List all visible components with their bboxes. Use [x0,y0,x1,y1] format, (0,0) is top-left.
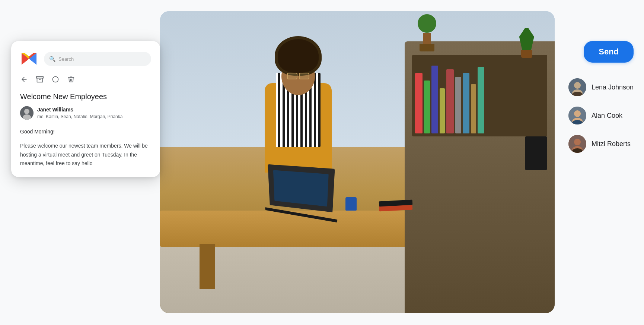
email-subject: Welcome New Employees [20,92,151,101]
contact-avatar-alan [568,107,586,124]
email-header: 🔍 Search [20,50,151,68]
contact-item: Alan Cook [568,107,634,124]
email-greeting: Good Morning! [20,127,151,136]
archive-button[interactable] [36,75,44,83]
back-button[interactable] [20,75,28,83]
contact-avatar-lena [568,78,586,96]
contact-name-lena: Lena Johnson [592,83,634,91]
scene: 🔍 Search [0,0,644,325]
email-content: Please welcome our newest team members. … [20,142,151,168]
sender-name: Janet Williams [37,106,151,113]
search-placeholder: Search [58,56,74,62]
sender-recipients: me, Kaitlin, Sean, Natalie, Morgan, Pria… [37,114,151,120]
gmail-logo-icon [20,50,38,68]
sender-avatar [20,106,34,120]
search-icon: 🔍 [49,56,55,62]
delete-button[interactable] [67,75,75,83]
svg-point-3 [53,77,58,82]
svg-point-8 [574,82,581,89]
sender-info: Janet Williams me, Kaitlin, Sean, Natali… [37,106,151,120]
contact-name-alan: Alan Cook [592,112,622,120]
svg-rect-1 [36,77,43,78]
contact-avatar-mitzi [568,135,586,153]
contacts-list: Lena Johnson Alan Cook [568,78,634,153]
email-card: 🔍 Search [11,41,160,177]
background-photo [160,11,555,313]
contact-item: Mitzi Roberts [568,135,634,153]
contact-name-mitzi: Mitzi Roberts [592,140,631,148]
svg-point-5 [24,109,29,114]
snooze-button[interactable] [51,75,60,83]
contact-item: Lena Johnson [568,78,634,96]
svg-point-12 [574,110,581,117]
send-button[interactable]: Send [584,41,634,63]
search-bar[interactable]: 🔍 Search [44,52,151,66]
email-sender-row: Janet Williams me, Kaitlin, Sean, Natali… [20,106,151,120]
svg-point-16 [574,139,581,145]
email-body: Good Morning! Please welcome our newest … [20,127,151,168]
email-toolbar [20,75,151,83]
